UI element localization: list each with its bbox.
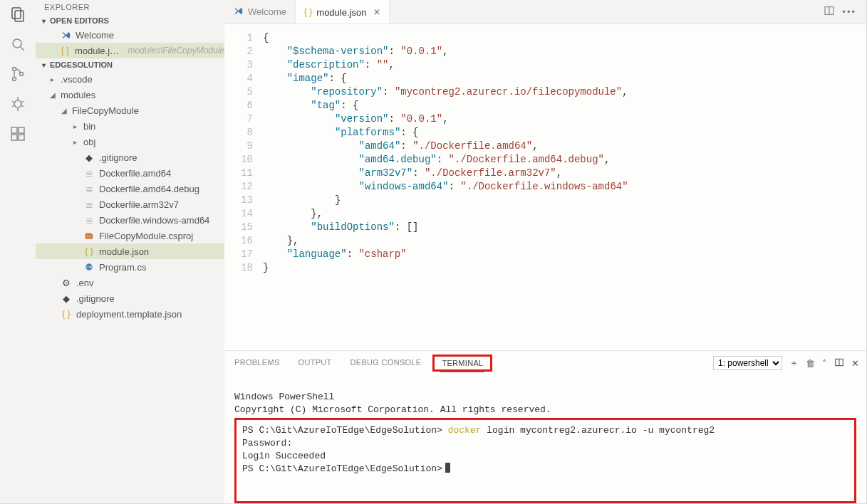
json-icon: { } [83, 246, 95, 256]
open-editors-header[interactable]: ▾ OPEN EDITORS [36, 14, 224, 27]
svg-rect-14 [11, 127, 17, 133]
document-icon: ≣ [83, 184, 95, 194]
source-control-icon[interactable] [8, 64, 28, 84]
terminal-select[interactable]: 1: powershell [713, 356, 782, 370]
code-content: { "$schema-version": "0.0.1", "descripti… [263, 24, 628, 350]
json-icon: { } [304, 7, 312, 17]
folder-label: modules [61, 90, 95, 100]
project-header[interactable]: ▾ EDGESOLUTION [36, 58, 224, 71]
terminal-prompt: PS C:\Git\AzureIoTEdge\EdgeSolution> [242, 425, 448, 436]
terminal-cmd-args: login mycontreg2.azurecr.io -u mycontreg… [481, 425, 715, 436]
open-editor-item[interactable]: { }module.json modules\FileCopyModule [36, 43, 224, 58]
terminal[interactable]: Windows PowerShell Copyright (C) Microso… [234, 378, 856, 504]
tree-file[interactable]: ≣Dockerfile.arm32v7 [36, 196, 224, 212]
chevron-down-icon: ▾ [40, 17, 47, 25]
tree-folder[interactable]: ▸.vscode [36, 71, 224, 87]
tree-file[interactable]: ≣Dockerfile.amd64.debug [36, 181, 224, 196]
vs-logo-icon [60, 30, 71, 41]
folder-label: .vscode [61, 74, 93, 85]
csproj-icon: <> [83, 231, 95, 241]
terminal-prompt: PS C:\Git\AzureIoTEdge\EdgeSolution> [242, 463, 442, 474]
line-numbers: 123456789101112131415161718 [224, 24, 263, 350]
svg-line-12 [12, 105, 14, 107]
search-icon[interactable] [8, 34, 28, 54]
tree-folder[interactable]: ◢FileCopyModule [36, 103, 224, 118]
tree-file[interactable]: ◆.gitignore [36, 290, 224, 306]
svg-rect-1 [15, 11, 24, 21]
panel-tab-debug-console[interactable]: DEBUG CONSOLE [349, 355, 423, 371]
more-icon[interactable]: ••• [842, 6, 856, 17]
gear-icon: ⚙ [61, 278, 72, 288]
tree-file[interactable]: ≣Dockerfile.windows-amd64 [36, 212, 224, 228]
tree-folder[interactable]: ▸obj [36, 134, 224, 149]
file-label: .gitignore [99, 152, 137, 163]
terminal-line: Windows PowerShell [234, 392, 334, 402]
document-icon: ≣ [83, 168, 95, 179]
terminal-line: Copyright (C) Microsoft Corporation. All… [234, 404, 551, 415]
close-icon[interactable]: ✕ [370, 7, 380, 17]
sidebar: EXPLORER ▾ OPEN EDITORS Welcome{ }module… [36, 0, 224, 503]
file-label: Dockerfile.amd64.debug [99, 184, 199, 194]
panel-tab-terminal[interactable]: TERMINAL [440, 356, 484, 372]
json-icon: { } [61, 309, 72, 319]
chevron-right-icon: ▸ [71, 138, 79, 146]
tab-modulejson[interactable]: { } module.json ✕ [296, 0, 390, 23]
svg-point-7 [14, 100, 21, 107]
folder-label: obj [83, 137, 95, 147]
panel-tab-output[interactable]: OUTPUT [297, 355, 333, 371]
sidebar-title: EXPLORER [36, 0, 224, 14]
svg-line-11 [21, 101, 24, 103]
panel-controls: 1: powershell ＋ 🗑︎ ˄ ✕ [713, 356, 859, 370]
kill-terminal-icon[interactable]: 🗑︎ [806, 358, 815, 369]
git-icon: ◆ [61, 293, 72, 304]
file-detail: modules\FileCopyModule [125, 46, 224, 56]
callout-terminal-body: PS C:\Git\AzureIoTEdge\EdgeSolution> doc… [234, 418, 856, 503]
folder-label: bin [83, 121, 95, 132]
chevron-right-icon: ▸ [48, 75, 56, 83]
tree-file[interactable]: { }deployment.template.json [36, 306, 224, 322]
chevron-down-icon: ◢ [48, 91, 56, 99]
document-icon: ≣ [83, 215, 95, 226]
callout-terminal: TERMINAL [432, 355, 492, 372]
file-label: Dockerfile.arm32v7 [99, 199, 179, 210]
panel-up-icon[interactable]: ˄ [822, 358, 827, 369]
svg-point-4 [13, 68, 16, 71]
tree-file[interactable]: ⚙.env [36, 275, 224, 290]
open-editor-item[interactable]: Welcome [36, 27, 224, 43]
panel-close-icon[interactable]: ✕ [851, 358, 859, 369]
svg-point-6 [20, 73, 24, 76]
terminal-line: Password: [242, 438, 292, 448]
tree-file[interactable]: { }module.json [36, 243, 224, 259]
bottom-panel: PROBLEMS OUTPUT DEBUG CONSOLE TERMINAL 1… [224, 350, 866, 503]
panel-tab-problems[interactable]: PROBLEMS [233, 355, 281, 371]
chevron-down-icon: ◢ [60, 107, 68, 115]
tree-file[interactable]: C#Program.cs [36, 259, 224, 275]
debug-icon[interactable] [8, 94, 28, 114]
svg-text:<>: <> [87, 234, 92, 238]
file-label: Program.cs [99, 262, 146, 273]
svg-point-2 [13, 39, 21, 48]
chevron-down-icon: ▾ [40, 61, 47, 69]
explorer-icon[interactable] [8, 4, 28, 24]
svg-rect-15 [19, 127, 24, 133]
extensions-icon[interactable] [8, 124, 28, 144]
tree-folder[interactable]: ▸bin [36, 118, 224, 134]
svg-rect-16 [11, 135, 17, 140]
panel-layout-icon[interactable] [834, 357, 844, 369]
tree-file[interactable]: <>FileCopyModule.csproj [36, 228, 224, 243]
svg-rect-17 [19, 135, 24, 140]
new-terminal-icon[interactable]: ＋ [789, 357, 799, 369]
svg-line-13 [21, 105, 24, 107]
folder-label: FileCopyModule [72, 105, 139, 116]
svg-line-3 [21, 47, 24, 51]
tree-folder[interactable]: ◢modules [36, 87, 224, 103]
json-icon: { } [60, 46, 71, 56]
tree-file[interactable]: ◆.gitignore [36, 149, 224, 165]
code-editor[interactable]: 123456789101112131415161718 { "$schema-v… [224, 24, 866, 350]
tree-file[interactable]: ≣Dockerfile.amd64 [36, 165, 224, 181]
tab-welcome[interactable]: Welcome [224, 0, 296, 23]
git-icon: ◆ [83, 152, 95, 163]
tab-label: Welcome [248, 6, 286, 17]
split-editor-icon[interactable] [824, 5, 835, 19]
chevron-right-icon: ▸ [71, 122, 79, 130]
